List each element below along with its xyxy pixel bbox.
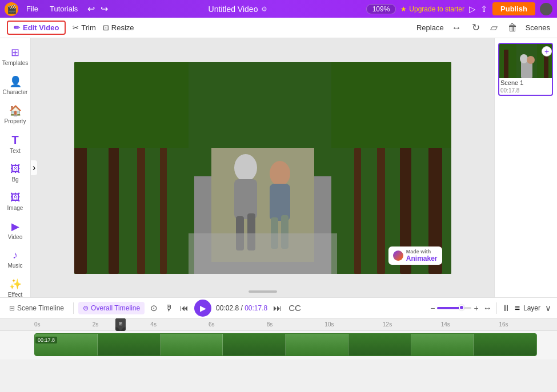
svg-rect-19 bbox=[270, 184, 290, 221]
video-scene: Made with Animaker bbox=[74, 62, 451, 274]
svg-marker-32 bbox=[118, 328, 123, 331]
share-button[interactable]: ⇧ bbox=[480, 4, 488, 14]
pause-all-button[interactable]: ⏸ bbox=[500, 302, 511, 314]
animaker-logo-icon bbox=[393, 250, 403, 261]
ruler-mark-10: 10s bbox=[324, 321, 383, 328]
ruler-mark-12: 12s bbox=[383, 321, 441, 328]
sidebar-item-bg[interactable]: 🖼 Bg bbox=[2, 160, 29, 186]
music-icon: ♪ bbox=[13, 249, 18, 261]
sidebar-item-templates[interactable]: ⊞ Templates bbox=[2, 43, 29, 70]
scenes-panel: + Scene 1 00:17.8 bbox=[494, 38, 557, 297]
preview-scrollbar[interactable] bbox=[249, 290, 277, 293]
layer-button[interactable]: Layer bbox=[523, 304, 540, 312]
video-frame: Made with Animaker bbox=[74, 62, 451, 274]
ruler-mark-0: 0s bbox=[34, 321, 93, 328]
trim-button[interactable]: ✂ Trim bbox=[73, 23, 96, 32]
scene-1-thumbnail[interactable]: + Scene 1 00:17.8 bbox=[498, 43, 553, 96]
ruler-mark-14: 14s bbox=[441, 321, 499, 328]
redo-button[interactable]: ↪ bbox=[99, 3, 110, 14]
current-time-display: 00:02.8 / 00:17.8 bbox=[216, 304, 267, 312]
preview-play-button[interactable]: ▷ bbox=[469, 4, 476, 14]
publish-button[interactable]: Publish bbox=[492, 2, 535, 15]
video-background-svg bbox=[74, 62, 451, 274]
layer-expand-button[interactable]: ∨ bbox=[544, 302, 552, 314]
flip-icon[interactable]: ↔ bbox=[450, 21, 464, 35]
layer-icon: ≡ bbox=[515, 303, 520, 313]
sidebar-item-label-video: Video bbox=[8, 234, 22, 240]
sidebar-item-music[interactable]: ♪ Music bbox=[2, 246, 29, 272]
overall-timeline-icon: ⊜ bbox=[83, 304, 89, 312]
zoom-slider-area: − + bbox=[430, 304, 478, 313]
zoom-in-button[interactable]: + bbox=[474, 304, 478, 313]
play-button[interactable]: ▶ bbox=[194, 300, 211, 317]
sidebar-item-label-image: Image bbox=[7, 205, 23, 211]
ruler-mark-16: 16s bbox=[499, 321, 557, 328]
delete-icon[interactable]: 🗑 bbox=[506, 21, 520, 35]
split-icon[interactable]: ▱ bbox=[488, 21, 500, 35]
zoom-out-button[interactable]: − bbox=[430, 304, 435, 313]
sidebar: ⊞ Templates 👤 Character 🏠 Property T Tex… bbox=[0, 38, 31, 297]
fit-to-screen-button[interactable]: ↔ bbox=[482, 302, 493, 314]
microphone-button[interactable]: 🎙 bbox=[163, 302, 174, 314]
svg-rect-10 bbox=[377, 131, 385, 274]
clip-seg-6 bbox=[348, 334, 411, 355]
file-menu-button[interactable]: File bbox=[23, 3, 42, 14]
image-icon: 🖼 bbox=[10, 192, 21, 204]
sidebar-item-label-character: Character bbox=[3, 89, 28, 95]
timeline-ruler: 0s 2s 4s 6s 8s 10s 12s 14s 16s ⊞ bbox=[0, 318, 557, 331]
sidebar-item-video[interactable]: ▶ Video bbox=[2, 217, 29, 244]
svg-point-18 bbox=[270, 161, 290, 186]
scenes-label: Scenes bbox=[526, 23, 550, 32]
track-clip-area: 00:17.8 bbox=[0, 333, 557, 359]
title-options-icon: ⚙ bbox=[261, 5, 267, 13]
timeline-track: 0s 2s 4s 6s 8s 10s 12s 14s 16s ⊞ 00:17.8 bbox=[0, 318, 557, 371]
sidebar-item-property[interactable]: 🏠 Property bbox=[2, 101, 29, 128]
sidebar-item-image[interactable]: 🖼 Image bbox=[2, 188, 29, 215]
zoom-slider-fill bbox=[437, 307, 460, 309]
playhead-icon: ⊞ bbox=[115, 318, 126, 331]
svg-point-30 bbox=[527, 56, 535, 64]
sidebar-item-label-templates: Templates bbox=[2, 60, 29, 66]
camera-settings-button[interactable]: ⊙ bbox=[149, 302, 159, 314]
playhead[interactable]: ⊞ bbox=[120, 318, 121, 330]
zoom-slider-handle[interactable] bbox=[459, 305, 464, 310]
skip-back-button[interactable]: ⏮ bbox=[179, 302, 190, 314]
sidebar-item-label-property: Property bbox=[5, 118, 26, 124]
captions-button[interactable]: CC bbox=[287, 302, 302, 314]
overall-timeline-label: Overall Timeline bbox=[91, 304, 140, 312]
zoom-slider[interactable] bbox=[437, 307, 471, 309]
user-avatar-button[interactable] bbox=[540, 3, 552, 15]
rotate-icon[interactable]: ↻ bbox=[470, 21, 482, 35]
scene-1-label: Scene 1 bbox=[499, 78, 552, 87]
character-icon: 👤 bbox=[9, 75, 22, 88]
tutorials-button[interactable]: Tutorials bbox=[46, 3, 81, 14]
sidebar-collapse-button[interactable]: › bbox=[31, 160, 37, 175]
logo-icon: 🎬 bbox=[5, 2, 18, 16]
track-clip[interactable] bbox=[34, 333, 537, 356]
property-icon: 🏠 bbox=[9, 104, 22, 117]
track-bottom-area bbox=[0, 359, 557, 371]
resize-button[interactable]: ⊡ Resize bbox=[103, 23, 134, 32]
clip-seg-7 bbox=[411, 334, 474, 355]
sidebar-item-effect[interactable]: ✨ Effect bbox=[2, 274, 29, 297]
svg-point-29 bbox=[520, 54, 528, 63]
svg-rect-15 bbox=[234, 179, 257, 219]
preview-area: › bbox=[31, 38, 494, 297]
replace-button[interactable]: Replace bbox=[416, 23, 444, 32]
sidebar-item-character[interactable]: 👤 Character bbox=[2, 72, 29, 99]
tab-overall-timeline[interactable]: ⊜ Overall Timeline bbox=[78, 302, 145, 314]
svg-rect-7 bbox=[160, 142, 167, 274]
upgrade-button[interactable]: ★ Upgrade to starter bbox=[400, 5, 464, 13]
undo-button[interactable]: ↩ bbox=[86, 3, 97, 14]
scene-add-button[interactable]: + bbox=[542, 46, 552, 56]
main-area: ⊞ Templates 👤 Character 🏠 Property T Tex… bbox=[0, 38, 557, 297]
trim-icon: ✂ bbox=[73, 23, 79, 32]
video-icon: ▶ bbox=[11, 220, 19, 233]
edit-video-button[interactable]: ✏ Edit Video bbox=[7, 21, 66, 35]
clip-seg-3 bbox=[161, 334, 223, 355]
templates-icon: ⊞ bbox=[11, 46, 19, 59]
skip-forward-button[interactable]: ⏭ bbox=[272, 302, 283, 314]
ruler-mark-8: 8s bbox=[267, 321, 325, 328]
tab-scene-timeline[interactable]: ⊟ Scene Timeline bbox=[5, 302, 69, 314]
sidebar-item-text[interactable]: T Text bbox=[2, 130, 29, 157]
